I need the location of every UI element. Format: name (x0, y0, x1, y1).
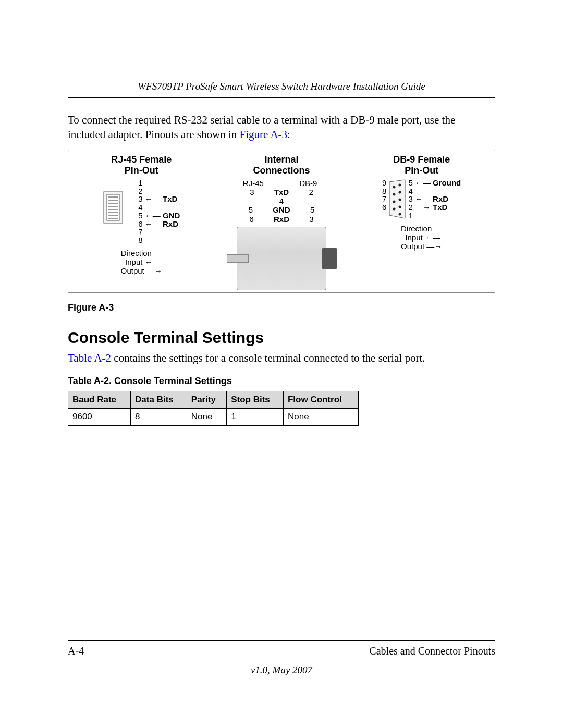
int-r0-n: TxD (274, 188, 289, 196)
header-rule (68, 97, 495, 98)
rj45-title-2: Pin-Out (125, 165, 158, 176)
table-xref-link[interactable]: Table A-2 (68, 352, 111, 364)
db9-rp-2: 2 (408, 203, 412, 212)
rj45-label-rxd: RxD (163, 219, 178, 228)
rj45-title-1: RJ-45 Female (111, 154, 172, 165)
int-r0-l: 3 (250, 188, 254, 196)
rj45-dir-out: Output (121, 266, 144, 275)
th-data: Data Bits (131, 391, 187, 409)
db9-label-rxd: RxD (433, 194, 448, 203)
db9-rp-5: 5 (408, 178, 412, 187)
content-area: WFS709TP ProSafe Smart Wireless Switch H… (68, 81, 495, 660)
th-parity: Parity (187, 391, 226, 409)
int-r0-r: 2 (309, 188, 313, 196)
svg-point-13 (399, 191, 401, 193)
intro-paragraph: To connect the required RS-232 serial ca… (68, 113, 495, 142)
rj45-label-txd: TxD (163, 194, 177, 203)
rj45-pin-4: 4 (138, 203, 142, 212)
db9-lp-8: 8 (382, 187, 386, 195)
rj45-pin-7: 7 (138, 227, 142, 236)
page: WFS709TP ProSafe Smart Wireless Switch H… (0, 0, 563, 728)
footer-page-number: A-4 (68, 645, 84, 657)
fig-col-internal: Internal Connections RJ-45 DB-9 3 —— TxD… (212, 154, 352, 291)
db9-dir-in: Input (405, 233, 422, 242)
adapter-body-icon (237, 227, 326, 290)
db9-left-pins: 9 8 7 6 (382, 179, 386, 220)
svg-point-12 (393, 193, 396, 195)
th-flow: Flow Control (283, 391, 358, 409)
td-flow: None (283, 409, 358, 426)
db9-title-2: Pin-Out (405, 165, 438, 176)
rj45-pin-5: 5 (138, 211, 142, 220)
internal-title-2: Connections (253, 165, 310, 176)
section-text-after: contains the settings for a console term… (111, 352, 425, 364)
int-r2-l: 5 (249, 205, 253, 214)
td-stop: 1 (227, 409, 284, 426)
fig-col-db9: DB-9 Female Pin-Out 9 8 7 6 (351, 154, 492, 252)
internal-head-rj45: RJ-45 (239, 179, 264, 188)
section-paragraph: Table A-2 contains the settings for a co… (68, 351, 495, 365)
int-r2-r: 5 (310, 205, 314, 214)
svg-point-10 (393, 186, 396, 188)
rj45-direction: Direction Input ←— Output —→ (121, 249, 162, 275)
db9-dir-head: Direction (401, 224, 432, 233)
table-title: Table A-2. Console Terminal Settings (68, 376, 495, 387)
db9-direction: Direction Input ←— Output —→ (401, 224, 442, 251)
figure-a3: RJ-45 Female Pin-Out (68, 150, 495, 293)
db9-rp-4: 4 (408, 187, 412, 195)
rj45-jack-icon (103, 179, 134, 236)
db9-rp-1: 1 (408, 211, 412, 220)
running-header: WFS709TP ProSafe Smart Wireless Switch H… (68, 81, 495, 92)
svg-point-15 (399, 198, 401, 201)
rj45-label-gnd: GND (163, 211, 180, 220)
rj45-dir-head: Direction (121, 249, 152, 257)
db9-connector-icon (388, 179, 406, 219)
db9-label-gnd: Ground (433, 178, 461, 187)
svg-point-16 (393, 207, 396, 210)
db9-dir-out: Output (401, 242, 424, 251)
db9-lp-7: 7 (382, 195, 386, 203)
db9-lp-6: 6 (382, 203, 386, 212)
db9-title-1: DB-9 Female (393, 154, 450, 165)
rj45-pin-list: 1 2 3 ←— TxD 4 5 ←— GND 6 ←— RxD 7 8 (138, 179, 180, 244)
svg-point-14 (393, 200, 396, 203)
table-row: 9600 8 None 1 None (68, 409, 359, 426)
internal-title-1: Internal (265, 154, 299, 165)
rj45-pin-6: 6 (138, 219, 142, 228)
fig-col-rj45: RJ-45 Female Pin-Out (71, 154, 212, 276)
footer-section-name: Cables and Connector Pinouts (369, 645, 495, 657)
th-stop: Stop Bits (227, 391, 284, 409)
page-footer: A-4 Cables and Connector Pinouts v1.0, M… (68, 640, 495, 676)
console-settings-table: Baud Rate Data Bits Parity Stop Bits Flo… (68, 391, 359, 426)
db9-right-pins: 5 ←— Ground 4 3 ←— RxD 2 —→ TxD 1 (408, 179, 461, 220)
rj45-pin-3: 3 (138, 194, 142, 203)
internal-head-db9: DB-9 (299, 179, 324, 188)
svg-point-11 (399, 183, 401, 186)
svg-rect-1 (107, 194, 119, 220)
db9-rp-3: 3 (408, 194, 412, 203)
figure-xref-link[interactable]: Figure A-3 (240, 128, 288, 141)
db9-lp-9: 9 (382, 179, 386, 187)
td-data: 8 (131, 409, 187, 426)
svg-point-17 (399, 205, 401, 208)
td-parity: None (187, 409, 226, 426)
footer-version: v1.0, May 2007 (68, 664, 495, 676)
rj45-pin-2: 2 (138, 187, 142, 195)
intro-text-after: : (287, 128, 290, 141)
th-baud: Baud Rate (68, 391, 131, 409)
int-r2-n: GND (273, 205, 290, 214)
int-r3-l: 6 (249, 215, 253, 224)
db9-label-txd: TxD (433, 203, 447, 212)
int-r3-n: RxD (274, 215, 289, 224)
rj45-pin-8: 8 (138, 236, 142, 244)
figure-caption: Figure A-3 (68, 302, 495, 313)
section-heading: Console Terminal Settings (68, 329, 495, 347)
int-r3-r: 3 (309, 215, 313, 224)
svg-point-18 (399, 213, 401, 215)
table-header-row: Baud Rate Data Bits Parity Stop Bits Flo… (68, 391, 359, 409)
rj45-dir-in: Input (125, 257, 142, 266)
rj45-pin-1: 1 (138, 178, 142, 187)
footer-rule (68, 640, 495, 641)
int-r1-l: 4 (279, 196, 284, 205)
td-baud: 9600 (68, 409, 131, 426)
